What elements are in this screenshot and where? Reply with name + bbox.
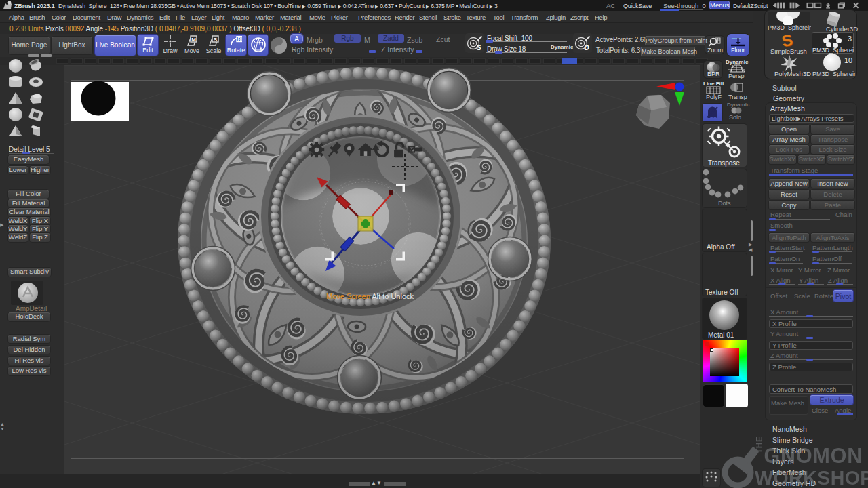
- svg-text:S: S: [477, 44, 481, 52]
- svg-text:WОRKSHОP: WОRKSHОP: [755, 466, 868, 488]
- svg-text:GNOMON: GNOMON: [764, 443, 863, 468]
- svg-text:D: D: [584, 44, 589, 52]
- svg-text:THE: THE: [755, 437, 764, 453]
- svg-text:S: S: [214, 37, 218, 43]
- svg-text:M: M: [191, 37, 196, 43]
- svg-text:R: R: [237, 36, 241, 42]
- svg-text:—: —: [732, 36, 736, 40]
